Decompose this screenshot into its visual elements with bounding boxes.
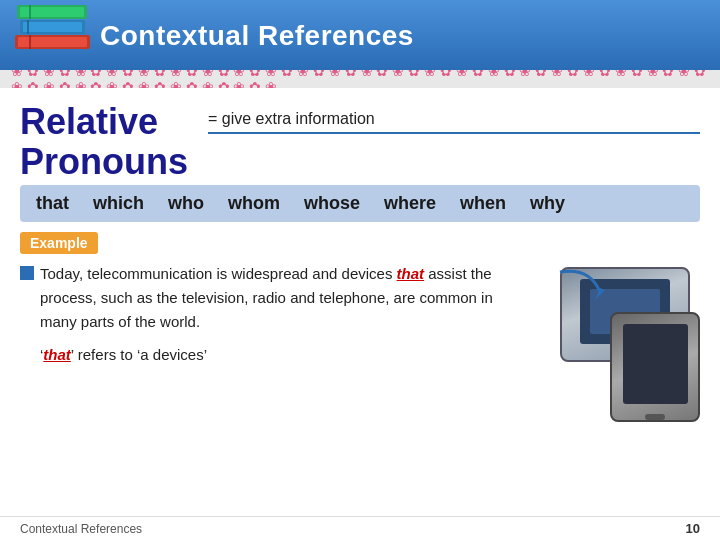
device-phone <box>610 312 700 422</box>
pronoun-whom: whom <box>228 193 280 214</box>
example-text-before: Today, telecommunication is widespread a… <box>40 265 397 282</box>
refers-that: that <box>43 346 71 363</box>
pronoun-whose: whose <box>304 193 360 214</box>
curved-arrow-icon <box>550 262 610 312</box>
book-icon <box>10 0 100 75</box>
top-section: Relative Pronouns = give extra informati… <box>20 102 700 181</box>
pronoun-where: where <box>384 193 436 214</box>
example-label: Example <box>20 232 98 254</box>
main-content: Relative Pronouns = give extra informati… <box>0 88 720 432</box>
device-screen-2 <box>623 324 688 404</box>
blue-square-icon <box>20 266 34 280</box>
example-text-area: Today, telecommunication is widespread a… <box>40 262 524 367</box>
pronoun-who: who <box>168 193 204 214</box>
footer: Contextual References 10 <box>0 516 720 540</box>
definition-area: = give extra information <box>208 110 700 134</box>
svg-rect-1 <box>18 37 87 47</box>
flower-strip: ❀ ✿ ❀ ✿ ❀ ✿ ❀ ✿ ❀ ✿ ❀ ✿ ❀ ✿ ❀ ✿ ❀ ✿ ❀ ✿ … <box>0 70 720 88</box>
pronoun-that: that <box>36 193 69 214</box>
pronoun-why: why <box>530 193 565 214</box>
example-content: Today, telecommunication is widespread a… <box>20 262 700 422</box>
example-that-word: that <box>397 265 425 282</box>
pronouns-word: Pronouns <box>20 142 188 182</box>
device-images <box>540 262 700 422</box>
svg-marker-9 <box>595 288 605 300</box>
svg-rect-3 <box>23 22 82 32</box>
refers-after: ’ refers to ‘a devices’ <box>71 346 207 363</box>
footer-page: 10 <box>686 521 700 536</box>
relative-word: Relative <box>20 102 188 142</box>
example-text-container: Today, telecommunication is widespread a… <box>20 262 524 367</box>
header: Contextual References <box>0 0 720 70</box>
flower-decoration: ❀ ✿ ❀ ✿ ❀ ✿ ❀ ✿ ❀ ✿ ❀ ✿ ❀ ✿ ❀ ✿ ❀ ✿ ❀ ✿ … <box>11 70 709 88</box>
phone-button <box>645 414 665 420</box>
definition-text: = give extra information <box>208 110 375 127</box>
example-paragraph: Today, telecommunication is widespread a… <box>40 262 524 334</box>
pronoun-which: which <box>93 193 144 214</box>
pronoun-when: when <box>460 193 506 214</box>
pronouns-row: that which who whom whose where when why <box>20 185 700 222</box>
relative-pronouns-title: Relative Pronouns <box>20 102 188 181</box>
refers-text: ‘that’ refers to ‘a devices’ <box>40 344 524 367</box>
definition-line: = give extra information <box>208 110 700 134</box>
footer-label: Contextual References <box>20 522 142 536</box>
page-title: Contextual References <box>100 20 414 52</box>
